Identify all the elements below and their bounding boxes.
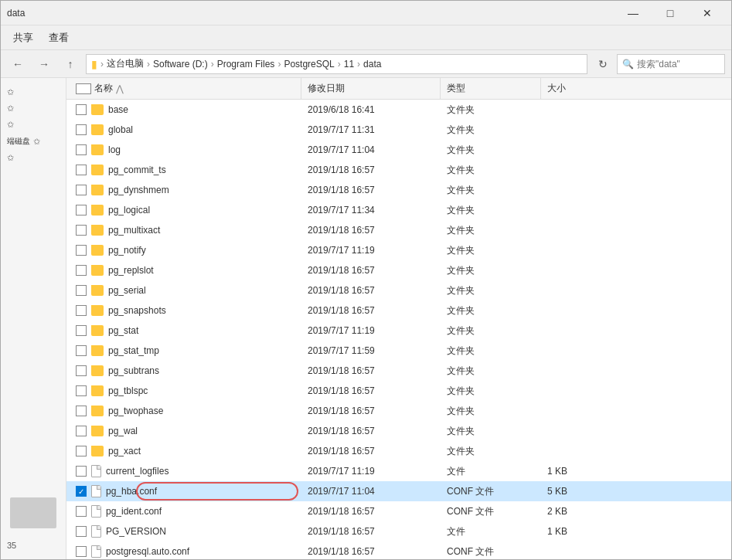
file-type-cell: 文件 (441, 525, 541, 538)
breadcrumb-data[interactable]: data (363, 59, 381, 70)
file-type-cell: 文件夹 (441, 385, 541, 398)
file-row[interactable]: pg_stat_tmp2019/7/17 11:59文件夹 (66, 341, 731, 361)
nav-up-button[interactable]: ↑ (60, 53, 81, 75)
pin-icon-1: ✩ (7, 87, 14, 97)
file-checkbox[interactable] (76, 385, 87, 396)
file-checkbox[interactable] (76, 406, 87, 416)
file-checkbox[interactable] (76, 526, 87, 537)
file-checkbox[interactable] (76, 124, 87, 135)
sidebar-pin-1[interactable]: ✩ (1, 84, 66, 100)
file-name-label: pg_xact (108, 446, 141, 456)
folder-icon (91, 265, 104, 276)
file-checkbox[interactable] (76, 104, 87, 115)
minimize-button[interactable]: — (615, 2, 651, 24)
file-row[interactable]: pg_wal2019/1/18 16:57文件夹 (66, 421, 731, 441)
file-checkbox[interactable] (76, 506, 87, 517)
disk-label: 端磁盘 (7, 136, 30, 147)
sidebar-pin-3[interactable]: ✩ (1, 117, 66, 133)
close-button[interactable]: ✕ (689, 2, 725, 24)
header-modified[interactable]: 修改日期 (301, 78, 441, 99)
file-row[interactable]: pg_logical2019/7/17 11:34文件夹 (66, 200, 731, 220)
file-row[interactable]: PG_VERSION2019/1/18 16:57文件1 KB (66, 521, 731, 541)
menu-view[interactable]: 查看 (43, 28, 75, 48)
file-row[interactable]: pg_ident.conf2019/1/18 16:57CONF 文件2 KB (66, 501, 731, 521)
header-name[interactable]: 名称 ⋀ (70, 78, 301, 99)
file-checkbox[interactable] (76, 165, 87, 175)
file-row[interactable]: base2019/6/18 16:41文件夹 (66, 100, 731, 120)
nav-back-button[interactable]: ← (7, 53, 29, 75)
file-row[interactable]: pg_notify2019/7/17 11:19文件夹 (66, 240, 731, 260)
file-row[interactable]: pg_commit_ts2019/1/18 16:57文件夹 (66, 160, 731, 180)
file-modified-cell: 2019/7/17 11:59 (301, 345, 441, 356)
file-row[interactable]: pg_subtrans2019/1/18 16:57文件夹 (66, 361, 731, 381)
file-row[interactable]: ✓pg_hba.conf2019/7/17 11:04CONF 文件5 KB (66, 481, 731, 501)
search-input[interactable] (637, 59, 714, 70)
file-checkbox[interactable] (76, 546, 87, 557)
file-row[interactable]: pg_xact2019/1/18 16:57文件夹 (66, 441, 731, 461)
sidebar-thumbnail (10, 497, 56, 528)
file-name-cell: pg_tblspc (70, 385, 301, 396)
file-checkbox[interactable] (76, 245, 87, 256)
file-checkbox[interactable] (76, 285, 87, 296)
file-row[interactable]: pg_dynshmem2019/1/18 16:57文件夹 (66, 180, 731, 200)
file-name-cell: pg_wal (70, 426, 301, 436)
file-checkbox[interactable] (76, 345, 87, 356)
refresh-button[interactable]: ↻ (592, 53, 614, 75)
file-row[interactable]: current_logfiles2019/7/17 11:19文件1 KB (66, 461, 731, 481)
file-checkbox[interactable] (76, 185, 87, 195)
file-size-cell: 1 KB (541, 466, 618, 477)
sidebar-pin-5[interactable]: ✩ (1, 150, 66, 166)
file-row[interactable]: pg_stat2019/7/17 11:19文件夹 (66, 321, 731, 341)
menu-share[interactable]: 共享 (7, 28, 39, 48)
pin-icon-3: ✩ (7, 120, 14, 130)
file-checkbox[interactable] (76, 205, 87, 216)
search-box[interactable]: 🔍 (617, 54, 725, 74)
breadcrumb-thispc[interactable]: 这台电脑 (107, 57, 144, 70)
breadcrumb-drive[interactable]: Software (D:) (153, 59, 208, 70)
nav-forward-button[interactable]: → (33, 53, 55, 75)
breadcrumb-11[interactable]: 11 (344, 59, 354, 70)
file-modified-cell: 2019/7/17 11:19 (301, 466, 441, 477)
file-modified-cell: 2019/7/17 11:34 (301, 205, 441, 216)
file-row[interactable]: log2019/7/17 11:04文件夹 (66, 140, 731, 160)
file-row[interactable]: pg_serial2019/1/18 16:57文件夹 (66, 280, 731, 300)
select-all-checkbox[interactable] (76, 83, 91, 94)
folder-icon (91, 245, 104, 256)
file-row[interactable]: pg_tblspc2019/1/18 16:57文件夹 (66, 381, 731, 401)
file-row[interactable]: pg_snapshots2019/1/18 16:57文件夹 (66, 300, 731, 321)
file-row[interactable]: pg_replslot2019/1/18 16:57文件夹 (66, 260, 731, 280)
file-checkbox[interactable] (76, 426, 87, 436)
file-checkbox[interactable] (76, 365, 87, 376)
file-modified-cell: 2019/1/18 16:57 (301, 365, 441, 376)
window-title: data (7, 8, 25, 19)
file-checkbox[interactable] (76, 466, 87, 477)
file-row[interactable]: global2019/7/17 11:31文件夹 (66, 120, 731, 140)
file-checkbox[interactable] (76, 305, 87, 316)
file-type-cell: CONF 文件 (441, 545, 541, 558)
file-checkbox[interactable] (76, 225, 87, 236)
sidebar-local-disk[interactable]: 端磁盘 ✩ (1, 133, 66, 150)
folder-icon (91, 305, 104, 316)
file-name-label: pg_ident.conf (106, 506, 162, 517)
header-type[interactable]: 类型 (441, 78, 541, 99)
sidebar-35-label: 35 (7, 541, 16, 550)
breadcrumb-postgresql[interactable]: PostgreSQL (284, 59, 334, 70)
pin-icon-disk: ✩ (33, 137, 40, 147)
file-checkbox[interactable] (76, 144, 87, 155)
file-row[interactable]: pg_twophase2019/1/18 16:57文件夹 (66, 401, 731, 421)
file-type-cell: 文件夹 (441, 244, 541, 257)
file-checkbox[interactable] (76, 265, 87, 276)
file-name-label: pg_replslot (108, 265, 154, 276)
file-row[interactable]: postgresql.auto.conf2019/1/18 16:57CONF … (66, 541, 731, 559)
file-name-cell: pg_replslot (70, 265, 301, 276)
file-checkbox[interactable] (76, 446, 87, 456)
file-checkbox[interactable]: ✓ (76, 486, 87, 497)
breadcrumb-sep-0: › (100, 59, 104, 70)
maximize-button[interactable]: □ (652, 2, 688, 24)
file-name-label: pg_twophase (108, 406, 163, 416)
file-row[interactable]: pg_multixact2019/1/18 16:57文件夹 (66, 220, 731, 240)
sidebar-pin-2[interactable]: ✩ (1, 100, 66, 117)
file-checkbox[interactable] (76, 325, 87, 336)
breadcrumb-programfiles[interactable]: Program Files (217, 59, 275, 70)
header-size[interactable]: 大小 (541, 78, 618, 99)
